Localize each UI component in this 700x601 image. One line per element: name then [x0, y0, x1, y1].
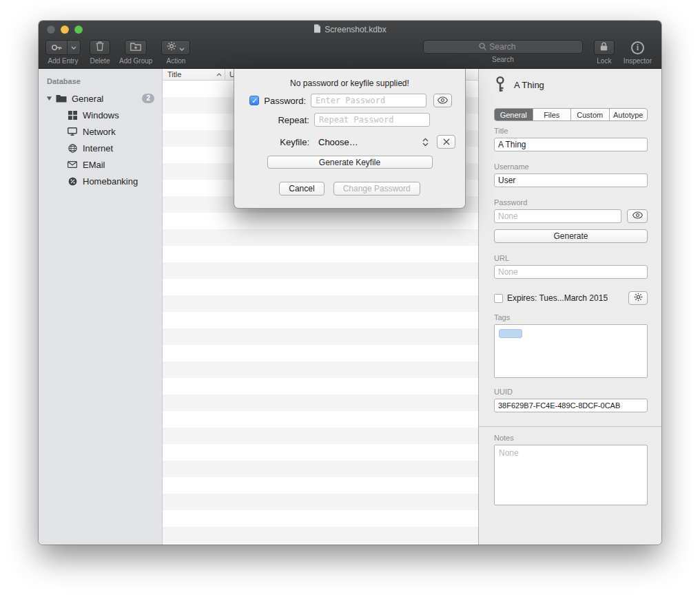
password-field[interactable] [494, 209, 621, 223]
network-icon [66, 127, 79, 136]
enter-password-input[interactable] [311, 94, 426, 107]
sidebar-item-email[interactable]: EMail [39, 156, 162, 173]
keyfile-row: Keyfile: Choose… [249, 135, 450, 149]
inspector-panel: A Thing General Files Custom Autotype Ti… [478, 69, 661, 545]
expires-settings-button[interactable] [628, 291, 648, 305]
reveal-password-button[interactable] [627, 209, 648, 223]
inspector-toggle-button[interactable] [626, 40, 650, 55]
entry-title: A Thing [514, 80, 544, 90]
uuid-field[interactable] [494, 399, 648, 412]
inspector-label: Inspector [624, 57, 652, 65]
column-header-title[interactable]: Title [163, 69, 225, 80]
username-field[interactable] [494, 173, 648, 187]
sidebar-item-general[interactable]: General 2 [39, 90, 162, 107]
toolbar-item-delete: Delete [90, 40, 110, 65]
window-title: Screenshot.kdbx [313, 24, 386, 35]
disclosure-triangle-icon[interactable] [45, 96, 54, 101]
action-button[interactable] [161, 40, 190, 55]
add-group-button[interactable] [125, 40, 147, 55]
sidebar-item-label: Windows [83, 110, 119, 120]
tab-autotype[interactable]: Autotype [609, 109, 648, 120]
window-chrome: Screenshot.kdbx Add Entry [39, 21, 661, 69]
tags-label: Tags [494, 313, 648, 321]
eye-icon [632, 211, 643, 221]
tab-custom[interactable]: Custom [570, 109, 609, 120]
search-field[interactable] [423, 40, 583, 54]
updown-chevrons-icon [422, 138, 429, 147]
url-field[interactable] [494, 265, 648, 279]
close-x-icon [443, 136, 450, 148]
sheet-message: No password or keyfile supplied! [234, 78, 465, 88]
sidebar-section-header: Database [39, 74, 162, 90]
add-entry-label: Add Entry [48, 57, 79, 65]
document-icon [313, 24, 321, 35]
add-group-label: Add Group [119, 57, 152, 65]
action-label: Action [166, 57, 185, 65]
add-group-icon [130, 41, 141, 54]
sidebar-item-label: EMail [83, 160, 105, 170]
expires-checkbox[interactable] [494, 294, 503, 303]
zoom-button[interactable] [74, 25, 83, 34]
gear-icon [167, 41, 176, 54]
lock-icon [600, 41, 608, 54]
sort-ascending-icon [216, 73, 222, 76]
close-button[interactable] [47, 25, 55, 34]
title-field[interactable] [494, 138, 648, 151]
notes-field[interactable] [494, 445, 648, 505]
keyfile-popup[interactable]: Choose… [314, 137, 430, 147]
toolbar-item-action: Action [161, 40, 190, 65]
chevron-down-icon[interactable] [68, 41, 80, 54]
sidebar: Database General 2 Windows [39, 69, 163, 545]
title-field-label: Title [494, 127, 648, 135]
clear-keyfile-button[interactable] [437, 135, 455, 149]
password-field-label: Password [494, 198, 648, 207]
change-password-sheet: No password or keyfile supplied! Passwor… [234, 69, 466, 209]
sidebar-item-label: General [72, 94, 103, 104]
eye-icon [438, 94, 448, 107]
sidebar-item-network[interactable]: Network [39, 123, 162, 140]
search-icon [479, 41, 486, 53]
search-input[interactable] [489, 42, 526, 52]
sidebar-item-internet[interactable]: Internet [39, 140, 162, 156]
sidebar-item-homebanking[interactable]: Homebanking [39, 173, 162, 189]
repeat-row: Repeat: [249, 113, 450, 127]
repeat-label: Repeat: [265, 115, 309, 125]
sidebar-item-windows[interactable]: Windows [39, 107, 162, 123]
lock-button[interactable] [594, 40, 615, 55]
tags-field[interactable] [494, 324, 648, 378]
reveal-password-button[interactable] [433, 94, 452, 107]
keyfile-popup-value: Choose… [318, 137, 358, 147]
tab-general[interactable]: General [495, 109, 533, 120]
sheet-actions: Cancel Change Password [234, 182, 465, 196]
password-label: Password: [262, 96, 306, 106]
lock-label: Lock [597, 57, 611, 65]
delete-button[interactable] [90, 40, 110, 55]
repeat-password-input[interactable] [314, 113, 430, 127]
delete-label: Delete [90, 57, 110, 65]
generate-keyfile-button[interactable]: Generate Keyfile [267, 156, 433, 169]
generate-password-button[interactable]: Generate [494, 229, 648, 243]
change-password-button: Change Password [333, 182, 420, 196]
minimize-button[interactable] [61, 25, 69, 34]
tag-chip[interactable] [499, 329, 522, 338]
cancel-button[interactable]: Cancel [279, 182, 324, 196]
password-row: Password: [249, 94, 450, 107]
password-checkbox[interactable] [249, 96, 259, 105]
inspector-header: A Thing [494, 76, 648, 94]
expires-row: Expires: Tues...March 2015 [494, 291, 648, 305]
tab-files[interactable]: Files [533, 109, 571, 120]
search-label: Search [492, 56, 514, 63]
titlebar[interactable]: Screenshot.kdbx [39, 21, 661, 39]
app-window: Screenshot.kdbx Add Entry [39, 21, 661, 545]
entry-count-badge: 2 [142, 94, 154, 103]
inspector-divider [479, 426, 661, 427]
toolbar-item-lock: Lock [594, 40, 615, 65]
traffic-lights [47, 25, 83, 34]
sidebar-item-label: Homebanking [83, 176, 138, 187]
info-circle-icon [631, 41, 644, 54]
keyfile-label: Keyfile: [265, 137, 309, 147]
chevron-down-icon [179, 41, 185, 54]
notes-label: Notes [494, 434, 648, 442]
add-entry-button[interactable] [45, 40, 81, 55]
gear-icon [634, 293, 643, 304]
